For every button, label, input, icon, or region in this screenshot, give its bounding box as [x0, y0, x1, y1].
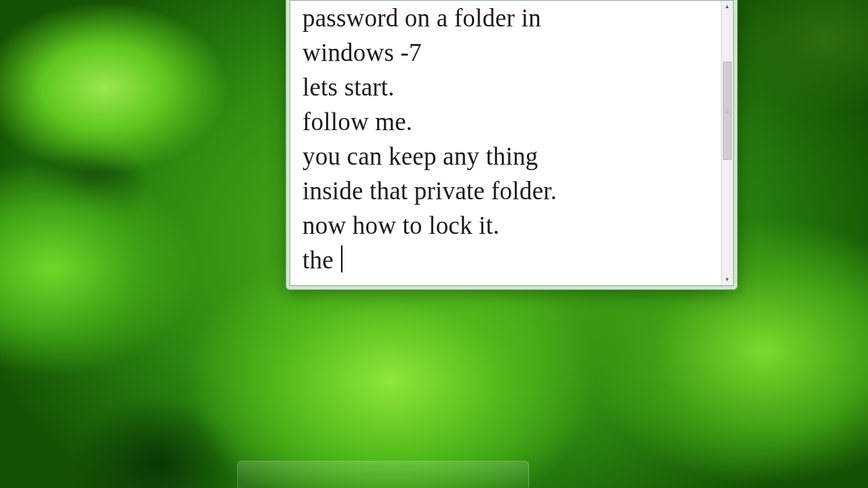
desktop-wallpaper: password on a folder in windows -7 lets …	[0, 0, 868, 488]
editor-line: follow me.	[302, 108, 412, 136]
editor-line: you can keep any thing	[302, 142, 538, 170]
editor-line: inside that private folder.	[302, 177, 557, 205]
scroll-down-button[interactable]: ▾	[722, 274, 733, 285]
text-caret	[341, 245, 342, 272]
editor-line: the	[302, 246, 340, 274]
editor-line: now how to lock it.	[302, 211, 500, 239]
chevron-up-icon: ▴	[726, 3, 729, 9]
editor-line: password on a folder in	[302, 4, 541, 32]
editor-client-area: password on a folder in windows -7 lets …	[290, 0, 734, 286]
scroll-up-button[interactable]: ▴	[722, 1, 733, 12]
vertical-scrollbar[interactable]: ▴ ▾	[721, 1, 733, 285]
text-editor[interactable]: password on a folder in windows -7 lets …	[290, 1, 721, 285]
notepad-window: password on a folder in windows -7 lets …	[285, 0, 738, 290]
editor-line: windows -7	[302, 39, 422, 66]
scrollbar-thumb[interactable]	[723, 62, 732, 160]
taskbar[interactable]	[237, 461, 529, 488]
editor-line: lets start.	[302, 73, 395, 101]
chevron-down-icon: ▾	[726, 277, 729, 283]
